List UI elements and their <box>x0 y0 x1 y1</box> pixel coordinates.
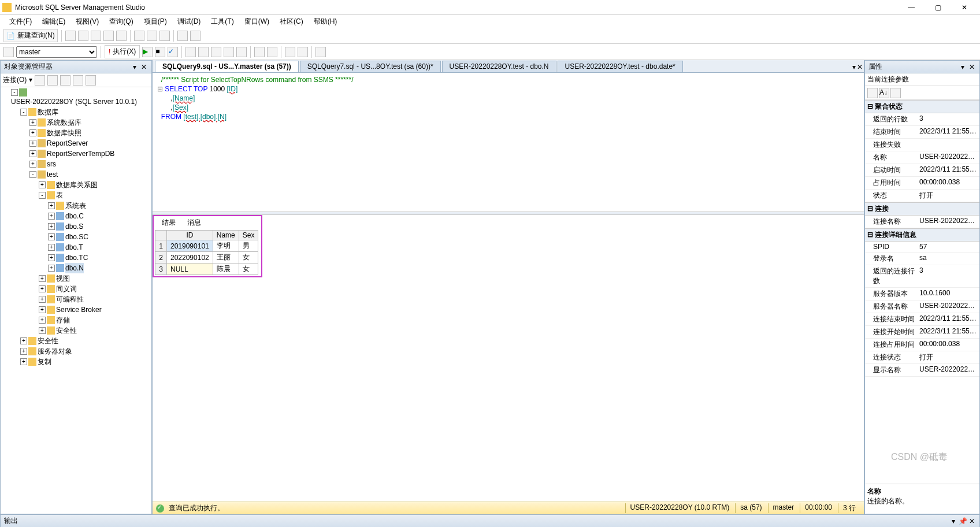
uncomment-icon[interactable] <box>267 47 277 57</box>
tree-item[interactable]: 系统表 <box>65 201 86 211</box>
tab-menu-icon[interactable]: ▾ <box>852 63 856 71</box>
alphabetical-icon[interactable]: A↓ <box>879 88 889 98</box>
tree-item[interactable]: 安全性 <box>38 336 58 346</box>
tree-item[interactable]: 安全性 <box>56 325 77 336</box>
new-query-button[interactable]: 📄 新建查询(N) <box>3 29 58 42</box>
maximize-button[interactable]: ▢ <box>925 1 951 14</box>
cell[interactable]: 女 <box>239 252 258 264</box>
cell[interactable]: 2022090102 <box>167 252 213 264</box>
menu-view[interactable]: 视图(V) <box>71 16 103 28</box>
cell[interactable]: 王丽 <box>213 252 239 264</box>
tab-dbo-date[interactable]: USER-20220228OY.test - dbo.date* <box>558 61 683 72</box>
outdent-icon[interactable] <box>298 47 308 57</box>
tree-table-selected[interactable]: dbo.N <box>65 263 84 273</box>
sql-editor[interactable]: /****** Script for SelectTopNRows comman… <box>153 73 864 211</box>
properties-grid[interactable]: ⊟ 聚合状态返回的行数3结束时间2022/3/11 21:55:49连接失败名称… <box>865 100 979 484</box>
tree-db[interactable]: ReportServer <box>47 138 88 149</box>
db-selector-icon[interactable] <box>3 47 14 57</box>
tab-dbo-n[interactable]: USER-20220228OY.test - dbo.N <box>442 61 556 72</box>
menu-project[interactable]: 项目(P) <box>139 16 172 28</box>
tab-sqlquery7[interactable]: SQLQuery7.sql - US...8OY.test (sa (60))* <box>300 61 441 72</box>
disconnect-icon[interactable] <box>47 75 58 86</box>
toolbar-icon[interactable] <box>315 47 326 57</box>
pin-icon[interactable]: ▾ <box>959 63 967 71</box>
debug-icon[interactable]: ▶ <box>142 47 153 57</box>
toolbar-icon[interactable] <box>190 31 201 41</box>
results-tab[interactable]: 结果 <box>156 217 179 229</box>
prop-page-icon[interactable] <box>890 88 901 98</box>
close-icon[interactable]: ✕ <box>968 63 976 71</box>
menu-debug[interactable]: 调试(D) <box>173 16 206 28</box>
toolbar-icon[interactable] <box>65 31 76 41</box>
parse-icon[interactable]: ✓ <box>168 47 178 57</box>
cell[interactable]: 男 <box>239 240 258 252</box>
tree-server[interactable]: USER-20220228OY (SQL Server 10.0.1) <box>11 97 137 107</box>
cell[interactable]: 陈晨 <box>213 264 239 275</box>
tree-item[interactable]: Service Broker <box>56 305 102 315</box>
refresh-icon[interactable] <box>86 75 96 86</box>
tree-item[interactable]: 服务器对象 <box>38 346 72 357</box>
close-button[interactable]: ✕ <box>951 1 978 14</box>
menu-help[interactable]: 帮助(H) <box>309 16 342 28</box>
menu-window[interactable]: 窗口(W) <box>240 16 274 28</box>
stop-icon[interactable] <box>60 75 70 86</box>
menu-tools[interactable]: 工具(T) <box>206 16 238 28</box>
categorized-icon[interactable] <box>867 88 878 98</box>
cell[interactable]: 女 <box>239 264 258 275</box>
tab-close-icon[interactable]: ✕ <box>857 63 863 71</box>
tree-db[interactable]: srs <box>47 159 56 169</box>
tree-table[interactable]: dbo.T <box>65 242 83 253</box>
menu-file[interactable]: 文件(F) <box>5 16 36 28</box>
pin-icon[interactable]: ▾ <box>131 63 139 71</box>
toolbar-icon[interactable] <box>78 31 88 41</box>
menu-query[interactable]: 查询(Q) <box>105 16 138 28</box>
tree-db-test[interactable]: test <box>47 169 58 180</box>
close-icon[interactable]: ✕ <box>140 63 148 71</box>
dropdown-icon[interactable]: ▾ <box>949 517 957 525</box>
tree-tables[interactable]: 表 <box>56 190 63 201</box>
tree-item[interactable]: 复制 <box>38 357 51 367</box>
toolbar-icon[interactable] <box>91 31 101 41</box>
messages-tab[interactable]: 消息 <box>181 217 205 229</box>
tree-item[interactable]: 数据库快照 <box>47 128 81 138</box>
tree-table[interactable]: dbo.TC <box>65 253 88 263</box>
tree-item[interactable]: 系统数据库 <box>47 117 81 128</box>
tab-sqlquery9[interactable]: SQLQuery9.sql - US...Y.master (sa (57)) <box>155 61 299 72</box>
tree-databases[interactable]: 数据库 <box>38 107 58 117</box>
comment-icon[interactable] <box>254 47 265 57</box>
save-all-icon[interactable] <box>159 31 170 41</box>
result-grid[interactable]: IDNameSex 12019090101李明男 22022090102王丽女 … <box>153 229 262 277</box>
menu-edit[interactable]: 编辑(E) <box>38 16 70 28</box>
tree-table[interactable]: dbo.C <box>65 211 84 221</box>
toolbar-icon[interactable] <box>103 31 114 41</box>
toolbar-icon[interactable] <box>185 47 196 57</box>
results-to-grid-icon[interactable] <box>211 47 221 57</box>
close-icon[interactable]: ✕ <box>968 517 976 525</box>
toolbar-icon[interactable] <box>116 31 127 41</box>
cell[interactable]: 李明 <box>213 240 239 252</box>
indent-icon[interactable] <box>285 47 295 57</box>
col-sex[interactable]: Sex <box>239 231 258 240</box>
tree-item[interactable]: 数据库关系图 <box>56 180 98 190</box>
tree-item[interactable]: 存储 <box>56 315 70 325</box>
tree-item[interactable]: 视图 <box>56 273 70 284</box>
minimize-button[interactable]: — <box>898 1 925 14</box>
connect-icon[interactable] <box>35 75 45 86</box>
tree-item[interactable]: 同义词 <box>56 284 77 294</box>
toolbar-icon[interactable] <box>198 47 209 57</box>
cell[interactable]: NULL <box>167 264 213 275</box>
filter-icon[interactable] <box>73 75 83 86</box>
col-name[interactable]: Name <box>213 231 239 240</box>
tree-table[interactable]: dbo.S <box>65 221 83 232</box>
results-to-text-icon[interactable] <box>224 47 234 57</box>
open-file-icon[interactable] <box>134 31 144 41</box>
save-icon[interactable] <box>147 31 157 41</box>
col-id[interactable]: ID <box>167 231 213 240</box>
connect-dropdown[interactable]: 连接(O) ▾ <box>3 75 32 85</box>
tree-item[interactable]: 可编程性 <box>56 294 84 305</box>
execute-button[interactable]: ! 执行(X) <box>105 45 140 58</box>
stop-icon[interactable]: ■ <box>155 47 165 57</box>
menu-community[interactable]: 社区(C) <box>275 16 308 28</box>
cell[interactable]: 2019090101 <box>167 240 213 252</box>
object-tree[interactable]: -USER-20220228OY (SQL Server 10.0.1) -数据… <box>1 87 151 514</box>
